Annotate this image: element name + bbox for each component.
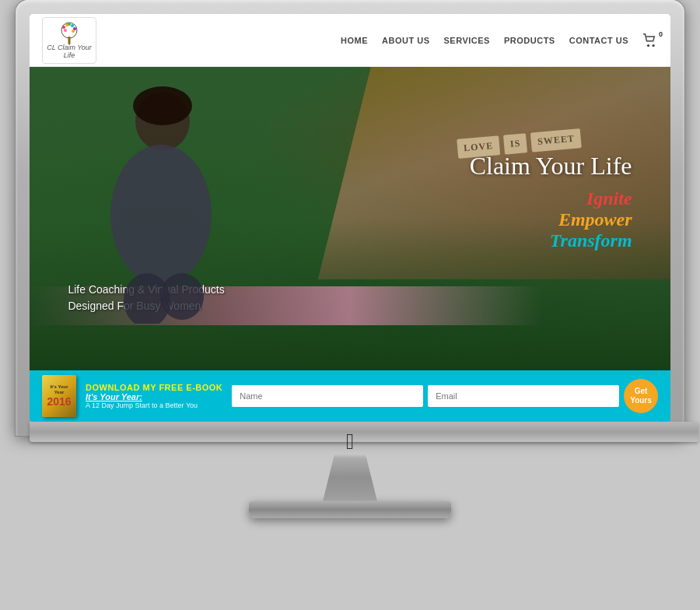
stand-base	[249, 501, 451, 518]
apple-logo-icon: 	[346, 429, 354, 454]
tagline-transform: Transform	[470, 230, 632, 251]
banner-word-sweet: SWEET	[530, 128, 582, 152]
book-year: 2016	[47, 395, 71, 408]
hero-section: LOVE IS SWEET Claim Your Life Ignite Emp…	[30, 67, 670, 370]
svg-point-7	[64, 29, 67, 32]
svg-point-16	[160, 273, 204, 320]
svg-point-4	[68, 23, 71, 26]
nav-products[interactable]: PRODUCTS	[504, 36, 555, 45]
cta-download-label: DOWNLOAD MY FREE E-BOOK	[86, 383, 222, 392]
nav-services[interactable]: SERVICES	[444, 36, 490, 45]
cta-book-title: It's Your Year:	[86, 392, 222, 401]
nav-contact[interactable]: CONTACT US	[569, 36, 628, 45]
monitor-wrapper: CL Claim Your Life HOME ABOUT US SERVICE…	[0, 0, 700, 610]
cta-book-sub: A 12 Day Jump Start to a Better You	[86, 401, 222, 409]
svg-point-2	[62, 26, 65, 29]
cta-text-block: DOWNLOAD MY FREE E-BOOK It's Your Year: …	[86, 383, 222, 409]
svg-point-14	[110, 145, 212, 285]
tagline-empower: Empower	[470, 209, 632, 230]
logo[interactable]: CL Claim Your Life	[42, 17, 96, 64]
nav-links: HOME ABOUT US SERVICES PRODUCTS CONTACT …	[341, 33, 658, 47]
hero-title: Claim Your Life	[470, 152, 632, 181]
website: CL Claim Your Life HOME ABOUT US SERVICE…	[30, 14, 670, 422]
hero-headline: Claim Your Life Ignite Empower Transform	[470, 152, 632, 251]
cta-fields: Get Yours	[232, 379, 658, 413]
logo-tree-icon	[56, 21, 82, 44]
cta-name-input[interactable]	[232, 385, 423, 407]
tagline-ignite: Ignite	[470, 188, 632, 209]
svg-point-10	[647, 44, 649, 46]
cart-count: 0	[659, 30, 663, 38]
navigation: CL Claim Your Life HOME ABOUT US SERVICE…	[30, 14, 670, 67]
monitor-chin	[30, 422, 698, 442]
monitor-stand: 	[249, 436, 451, 518]
svg-point-11	[652, 44, 654, 46]
person-svg	[61, 82, 264, 324]
cta-book-cover: It's YourYear 2016	[42, 375, 76, 417]
monitor-bezel: CL Claim Your Life HOME ABOUT US SERVICE…	[16, 0, 684, 436]
stand-neck	[311, 454, 389, 501]
nav-about[interactable]: ABOUT US	[382, 36, 429, 45]
cart-icon	[642, 33, 658, 47]
hero-taglines: Ignite Empower Transform	[470, 188, 632, 251]
hero-person-silhouette	[61, 82, 264, 324]
cta-button-line1: Get	[635, 387, 648, 395]
svg-point-13	[133, 86, 192, 125]
cta-email-input[interactable]	[428, 385, 619, 407]
svg-point-5	[71, 24, 74, 27]
logo-initials: CL Claim Your Life	[43, 44, 96, 60]
cart-button[interactable]: 0	[642, 33, 658, 47]
cta-submit-button[interactable]: Get Yours	[624, 379, 658, 413]
cta-bar: It's YourYear 2016 DOWNLOAD MY FREE E-BO…	[30, 370, 670, 422]
cta-button-line2: Yours	[630, 396, 652, 405]
nav-home[interactable]: HOME	[341, 36, 368, 45]
svg-point-8	[72, 30, 75, 33]
monitor-screen: CL Claim Your Life HOME ABOUT US SERVICE…	[30, 14, 670, 422]
